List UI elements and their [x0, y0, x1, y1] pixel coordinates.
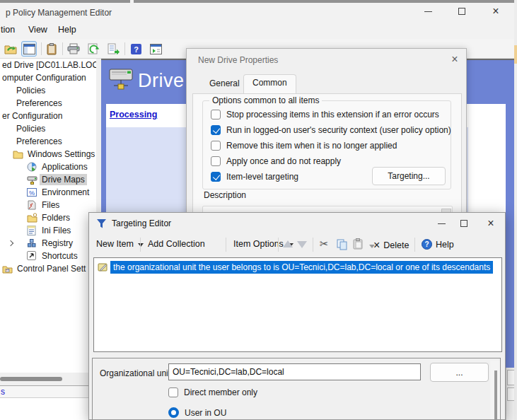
tree-item-windows-settings[interactable]: Windows Settings: [13, 148, 96, 161]
tab-common[interactable]: Common: [243, 74, 296, 94]
folder-icon: [13, 149, 23, 159]
chevron-right-icon[interactable]: [8, 240, 13, 246]
ini-files-icon: [27, 226, 37, 235]
tree-item-files[interactable]: Files: [27, 199, 62, 211]
close-button[interactable]: ×: [485, 3, 506, 20]
direct-member-only-option[interactable]: Direct member only: [168, 387, 257, 397]
tree-horizontal-scrollbar[interactable]: [0, 373, 96, 385]
paste-icon[interactable]: [353, 238, 363, 250]
help-button[interactable]: ? Help: [422, 239, 454, 250]
checkbox-unchecked-icon[interactable]: [211, 156, 221, 166]
delete-button[interactable]: × Delete: [373, 239, 409, 252]
console-window-icon[interactable]: [148, 41, 163, 57]
panel-vertical-scrollbar[interactable]: [490, 361, 500, 420]
tree-item-preferences[interactable]: Preferences: [14, 97, 64, 110]
toolbar-separator: [313, 238, 313, 252]
tree-item-computer-configuration[interactable]: omputer Configuration: [0, 71, 88, 84]
shortcuts-icon: [27, 251, 37, 261]
item-details-panel: Organizational unit ... Direct member on…: [92, 358, 501, 420]
option-run-in-user-context[interactable]: Run in logged-on user's security context…: [211, 125, 451, 135]
tree-item-user-configuration[interactable]: er Configuration: [0, 110, 64, 122]
files-icon: [27, 200, 37, 210]
svg-text:%: %: [29, 189, 35, 197]
export-list-icon[interactable]: [105, 41, 121, 57]
checkbox-unchecked-icon[interactable]: [211, 110, 221, 119]
scrollbar-thumb[interactable]: [494, 371, 497, 420]
option-stop-processing[interactable]: Stop processing items in this extension …: [211, 110, 439, 119]
import-folder-icon[interactable]: [3, 41, 18, 57]
console-tree-icon[interactable]: [21, 41, 37, 57]
svg-text:?: ?: [134, 45, 139, 53]
close-button[interactable]: ×: [446, 52, 464, 67]
environment-icon: %: [27, 187, 37, 197]
tree-item-policies-user[interactable]: Policies: [14, 122, 47, 135]
tree-item-ini-files[interactable]: Ini Files: [27, 224, 73, 237]
checkbox-unchecked-icon[interactable]: [168, 387, 178, 397]
refresh-icon[interactable]: [86, 41, 101, 57]
folders-icon: [27, 213, 37, 223]
gpme-window-title: p Policy Management Editor: [6, 8, 112, 18]
console-tree-pane: ed Drive [DC01.LAB.LOCA omputer Configur…: [0, 59, 96, 373]
minimize-button[interactable]: [431, 214, 451, 233]
move-down-icon[interactable]: [297, 241, 307, 248]
menubar: tion View Help: [0, 21, 517, 39]
targeting-item-row[interactable]: the organizational unit the user belongs…: [95, 260, 493, 274]
tree-item-applications[interactable]: Applications: [27, 161, 90, 173]
dialog-title: Targeting Editor: [112, 218, 171, 228]
targeting-button[interactable]: Targeting...: [372, 167, 446, 185]
checkbox-checked-icon[interactable]: [211, 125, 221, 135]
radio-selected-icon[interactable]: [168, 407, 179, 418]
options-group-label: Options common to all items: [209, 95, 322, 105]
move-up-icon[interactable]: [283, 240, 293, 247]
tree-item-registry[interactable]: Registry: [27, 237, 75, 250]
checkbox-checked-icon[interactable]: [211, 172, 221, 182]
printer-icon[interactable]: [66, 41, 81, 57]
scrollbar-thumb[interactable]: [0, 377, 62, 381]
targeting-items-list[interactable]: the organizational unit the user belongs…: [93, 257, 502, 352]
user-in-ou-option[interactable]: User in OU: [168, 407, 226, 418]
tree-item-folders[interactable]: Folders: [27, 211, 72, 224]
help-icon[interactable]: ?: [128, 41, 144, 57]
toolbar-separator: [41, 42, 42, 55]
background-text-fragment: s: [1, 387, 5, 397]
tree-item-environment[interactable]: % Environment: [27, 186, 91, 199]
tree-item-preferences-user[interactable]: Preferences: [14, 135, 64, 148]
close-icon: ×: [487, 218, 494, 229]
tree-item-mapped-drive[interactable]: ed Drive [DC01.LAB.LOCA: [0, 59, 96, 71]
maximize-button[interactable]: [451, 3, 472, 20]
processing-link[interactable]: Processing: [110, 110, 157, 119]
browse-button[interactable]: ...: [430, 363, 489, 382]
new-drive-properties-dialog: New Drive Properties × General Common Op…: [186, 48, 467, 222]
cut-icon[interactable]: ✂: [320, 238, 329, 250]
registry-icon: [27, 238, 37, 248]
tab-general[interactable]: General: [201, 76, 248, 93]
maximize-icon: [458, 8, 465, 15]
menu-view[interactable]: View: [28, 25, 47, 35]
option-remove-when-no-longer-applied[interactable]: Remove this item when it is no longer ap…: [211, 141, 397, 151]
copy-icon[interactable]: [337, 239, 347, 250]
tree-item-control-panel-settings[interactable]: Control Panel Sett: [2, 262, 88, 275]
tree-item-policies[interactable]: Policies: [14, 84, 47, 97]
funnel-icon: [96, 218, 107, 228]
add-collection-button[interactable]: Add Collection: [148, 239, 205, 249]
minimize-icon: [424, 11, 432, 12]
tree-item-drive-maps[interactable]: Drive Maps: [27, 173, 87, 186]
clipboard-icon[interactable]: [44, 41, 59, 57]
maximize-button[interactable]: [454, 214, 474, 233]
targeting-editor-dialog: Targeting Editor × New Item Add Collecti…: [88, 212, 506, 420]
checkbox-unchecked-icon[interactable]: [211, 141, 221, 151]
organizational-unit-input[interactable]: [168, 363, 421, 380]
new-item-button[interactable]: New Item: [96, 239, 144, 249]
option-apply-once[interactable]: Apply once and do not reapply: [211, 156, 341, 166]
option-item-level-targeting[interactable]: Item-level targeting: [211, 172, 298, 182]
close-button[interactable]: ×: [481, 214, 501, 233]
background-area: [0, 398, 96, 420]
help-icon: ?: [422, 239, 432, 250]
minimize-button[interactable]: [417, 3, 438, 20]
menu-help[interactable]: Help: [58, 25, 76, 35]
targeting-toolbar: New Item Add Collection Item Options ✂: [89, 234, 505, 255]
toolbar-separator: [62, 42, 63, 55]
tree-item-shortcuts[interactable]: Shortcuts: [27, 250, 80, 262]
menu-action[interactable]: tion: [1, 25, 15, 35]
control-panel-icon: [2, 264, 13, 274]
